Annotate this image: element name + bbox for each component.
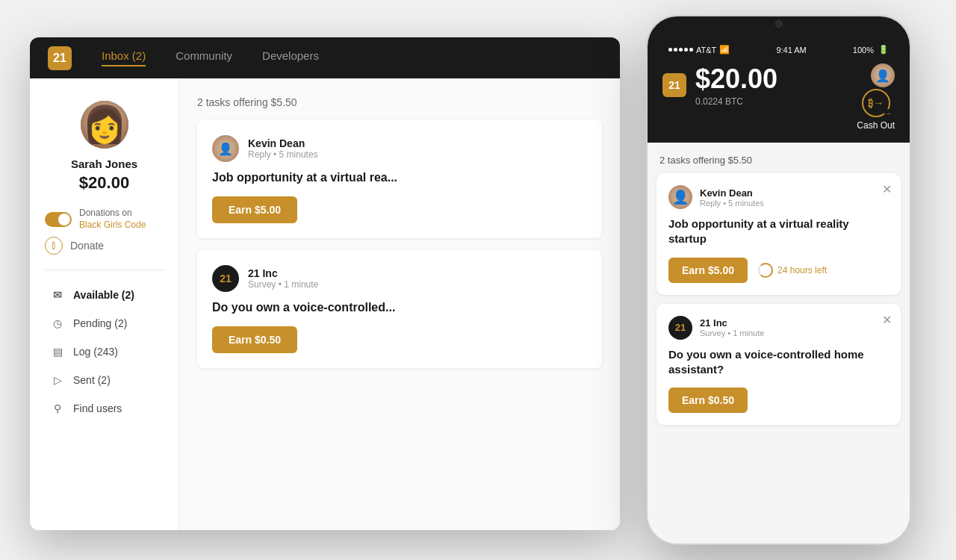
sender-avatar: 👤 — [212, 135, 239, 162]
nav-developers[interactable]: Developers — [262, 49, 319, 66]
task-card: 👤 Kevin Dean Reply • 5 minutes Job oppor… — [197, 120, 602, 238]
btc-donate-icon: ₿ — [45, 237, 63, 255]
avatar — [81, 101, 128, 149]
menu-sent[interactable]: ▷ Sent (2) — [45, 367, 164, 393]
desktop-body: Sarah Jones $20.00 Donations on Black Gi… — [30, 78, 620, 530]
phone-sender-avatar: 👤 — [668, 185, 692, 209]
list-icon: ▤ — [51, 345, 64, 358]
status-left: AT&T 📶 — [668, 45, 730, 55]
phone-task-card: ✕ 👤 Kevin Dean Reply • 5 minutes Job opp… — [657, 173, 901, 295]
desktop-app: 21 Inbox (2) Community Developers Sarah … — [30, 37, 620, 530]
send-icon: ▷ — [51, 373, 64, 387]
phone-sender-info: Kevin Dean Reply • 5 minutes — [700, 187, 764, 208]
donation-link[interactable]: Black Girls Code — [79, 220, 146, 230]
donation-row: Donations on Black Girls Code — [45, 208, 164, 231]
task-card: 21 21 Inc Survey • 1 minute Do you own a… — [197, 250, 602, 368]
phone-sender-name: 21 Inc — [700, 317, 764, 329]
phone-sender: 👤 Kevin Dean Reply • 5 minutes — [668, 185, 889, 209]
task-title: Do you own a voice-controlled... — [212, 301, 587, 314]
status-right: 100% 🔋 — [853, 45, 889, 55]
mobile-phone: AT&T 📶 9:41 AM 100% 🔋 21 $20.00 0.0224 B… — [646, 15, 911, 545]
phone-notch-area: AT&T 📶 9:41 AM 100% 🔋 — [648, 31, 910, 55]
sender-meta: Reply • 5 minutes — [248, 149, 318, 160]
phone-cashout[interactable]: ₿→ Cash Out — [857, 89, 895, 131]
earn-button[interactable]: Earn $5.00 — [212, 196, 297, 223]
sender-avatar: 21 — [212, 265, 239, 292]
phone-sender: 21 21 Inc Survey • 1 minute — [668, 316, 889, 340]
btc-cashout-icon: ₿→ — [862, 89, 890, 117]
mail-icon: ✉ — [51, 288, 64, 302]
app-logo: 21 — [48, 46, 72, 70]
tasks-label: 2 tasks offering $5.50 — [197, 96, 602, 108]
nav-community[interactable]: Community — [176, 49, 232, 66]
phone-camera — [775, 20, 783, 28]
donate-label: Donate — [70, 240, 104, 252]
sender-name: 21 Inc — [248, 267, 318, 279]
desktop-nav: Inbox (2) Community Developers — [102, 49, 319, 66]
donate-row: ₿ Donate — [45, 237, 164, 255]
phone-task-card: ✕ 21 21 Inc Survey • 1 minute Do you own… — [657, 304, 901, 426]
phone-body: 2 tasks offering $5.50 ✕ 👤 Kevin Dean Re… — [648, 143, 910, 545]
phone-app-logo: 21 — [662, 73, 686, 97]
phone-btc: 0.0224 BTC — [695, 96, 777, 107]
user-name: Sarah Jones — [71, 158, 137, 170]
phone-earn-row: Earn $0.50 — [668, 388, 889, 413]
menu-find-users[interactable]: ⚲ Find users — [45, 396, 164, 421]
close-icon[interactable]: ✕ — [882, 182, 892, 196]
clock-icon: ◷ — [51, 317, 64, 330]
phone-status-bar: AT&T 📶 9:41 AM 100% 🔋 — [662, 39, 895, 55]
phone-earn-button[interactable]: Earn $5.00 — [668, 258, 748, 283]
phone-balance-section: $20.00 0.0224 BTC — [695, 63, 777, 107]
phone-task-title: Job opportunity at a virtual reality sta… — [668, 217, 889, 247]
task-title: Job opportunity at a virtual rea... — [212, 171, 587, 184]
sidebar: Sarah Jones $20.00 Donations on Black Gi… — [30, 78, 179, 530]
phone-camera-bar — [648, 16, 910, 31]
phone-timer: 24 hours left — [758, 263, 827, 278]
sender-info: 21 Inc Survey • 1 minute — [248, 267, 318, 290]
battery-icon: 🔋 — [878, 45, 889, 55]
carrier-label: AT&T — [696, 46, 716, 55]
task-sender: 21 21 Inc Survey • 1 minute — [212, 265, 587, 292]
sidebar-menu: ✉ Available (2) ◷ Pending (2) ▤ Log (243… — [45, 282, 164, 421]
menu-available[interactable]: ✉ Available (2) — [45, 282, 164, 308]
phone-sender-avatar: 21 — [668, 316, 692, 340]
task-sender: 👤 Kevin Dean Reply • 5 minutes — [212, 135, 587, 162]
user-balance: $20.00 — [79, 173, 129, 193]
phone-balance: $20.00 — [695, 63, 777, 95]
sender-name: Kevin Dean — [248, 137, 318, 149]
wifi-icon: 📶 — [719, 45, 730, 55]
sender-info: Kevin Dean Reply • 5 minutes — [248, 137, 318, 160]
phone-user-avatar: 👤 — [871, 63, 895, 87]
phone-earn-row: Earn $5.00 24 hours left — [668, 258, 889, 283]
donation-text: Donations on Black Girls Code — [79, 208, 146, 231]
sidebar-divider — [45, 270, 164, 270]
menu-log[interactable]: ▤ Log (243) — [45, 339, 164, 364]
phone-sender-info: 21 Inc Survey • 1 minute — [700, 317, 764, 337]
phone-earn-button[interactable]: Earn $0.50 — [668, 388, 748, 413]
phone-header: 21 $20.00 0.0224 BTC 👤 ₿→ Cash Out — [648, 55, 910, 143]
phone-sender-meta: Survey • 1 minute — [700, 329, 764, 337]
main-content: 2 tasks offering $5.50 👤 Kevin Dean Repl… — [179, 78, 620, 530]
nav-inbox[interactable]: Inbox (2) — [102, 49, 146, 66]
phone-sender-meta: Reply • 5 minutes — [700, 199, 764, 208]
desktop-header: 21 Inbox (2) Community Developers — [30, 37, 620, 78]
timer-label: 24 hours left — [777, 265, 827, 276]
timer-icon — [758, 263, 773, 278]
close-icon[interactable]: ✕ — [882, 313, 892, 327]
signal-dots — [668, 48, 693, 52]
earn-button[interactable]: Earn $0.50 — [212, 326, 297, 353]
phone-sender-name: Kevin Dean — [700, 187, 764, 199]
cashout-label: Cash Out — [857, 120, 895, 131]
phone-tasks-label: 2 tasks offering $5.50 — [648, 143, 910, 173]
donation-toggle[interactable] — [45, 212, 72, 227]
status-time: 9:41 AM — [776, 46, 806, 55]
sender-meta: Survey • 1 minute — [248, 279, 318, 290]
menu-pending[interactable]: ◷ Pending (2) — [45, 311, 164, 336]
phone-shell: AT&T 📶 9:41 AM 100% 🔋 21 $20.00 0.0224 B… — [646, 15, 911, 545]
search-icon: ⚲ — [51, 402, 64, 415]
battery-level: 100% — [853, 46, 874, 55]
phone-task-title: Do you own a voice-controlled home assis… — [668, 347, 889, 378]
